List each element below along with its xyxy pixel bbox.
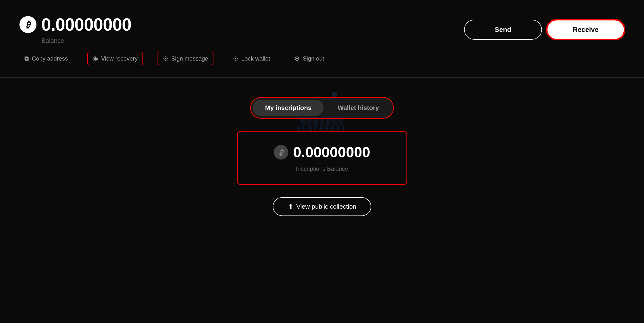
upload-icon: ⬆: [288, 203, 294, 211]
sign-icon: ⊘: [163, 55, 168, 62]
lock-wallet-label: Lock wallet: [241, 55, 270, 62]
btc-gray-icon: ₿: [274, 145, 288, 160]
inscriptions-balance-card: ₿ 0.00000000 Inscriptions Balance: [237, 131, 407, 185]
action-buttons: Send Receive: [464, 20, 624, 40]
balance-label: Balance: [41, 37, 131, 45]
sign-out-button[interactable]: ⊖ Sign out: [290, 52, 329, 65]
balance-number: 0.00000000: [41, 15, 131, 35]
view-collection-label: View public collection: [296, 203, 356, 210]
sign-message-button[interactable]: ⊘ Sign message: [158, 52, 214, 65]
tab-wallet-history[interactable]: Wallet history: [326, 100, 391, 116]
lock-wallet-button[interactable]: ⊙ Lock wallet: [228, 52, 275, 65]
copy-icon: ⧉: [24, 55, 29, 62]
copy-address-button[interactable]: ⧉ Copy address: [20, 52, 73, 65]
balance-left: ₿ 0.00000000 Balance: [20, 15, 131, 45]
balance-amount-row: ₿ 0.00000000: [20, 15, 131, 35]
tab-my-inscriptions-label: My inscriptions: [265, 104, 312, 111]
copy-address-label: Copy address: [32, 55, 68, 62]
signout-icon: ⊖: [294, 55, 300, 62]
view-recovery-label: View recovery: [101, 55, 138, 62]
btc-symbol: ₿: [279, 148, 283, 156]
tab-my-inscriptions[interactable]: My inscriptions: [253, 100, 324, 116]
top-section: ₿ 0.00000000 Balance Send Receive ⧉ Copy…: [0, 0, 644, 78]
inscriptions-amount: 0.00000000: [293, 144, 370, 161]
sign-out-label: Sign out: [303, 55, 324, 62]
quick-actions: ⧉ Copy address ◉ View recovery ⊘ Sign me…: [20, 52, 624, 65]
inscriptions-amount-row: ₿ 0.00000000: [274, 144, 370, 161]
balance-row: ₿ 0.00000000 Balance Send Receive: [20, 15, 624, 45]
sign-message-label: Sign message: [171, 55, 208, 62]
eye-icon: ◉: [93, 55, 98, 62]
inscriptions-label: Inscriptions Balance: [296, 165, 348, 172]
bottom-section: BLOCKBEAT My inscriptions Wallet history…: [0, 78, 644, 235]
receive-button[interactable]: Receive: [547, 20, 624, 40]
view-recovery-button[interactable]: ◉ View recovery: [87, 52, 143, 65]
view-public-collection-button[interactable]: ⬆ View public collection: [273, 197, 372, 216]
tabs-container: My inscriptions Wallet history: [250, 97, 394, 119]
tab-wallet-history-label: Wallet history: [338, 104, 379, 111]
send-button[interactable]: Send: [464, 20, 542, 40]
lock-icon: ⊙: [233, 55, 238, 62]
btc-logo-icon: ₿: [20, 16, 36, 33]
